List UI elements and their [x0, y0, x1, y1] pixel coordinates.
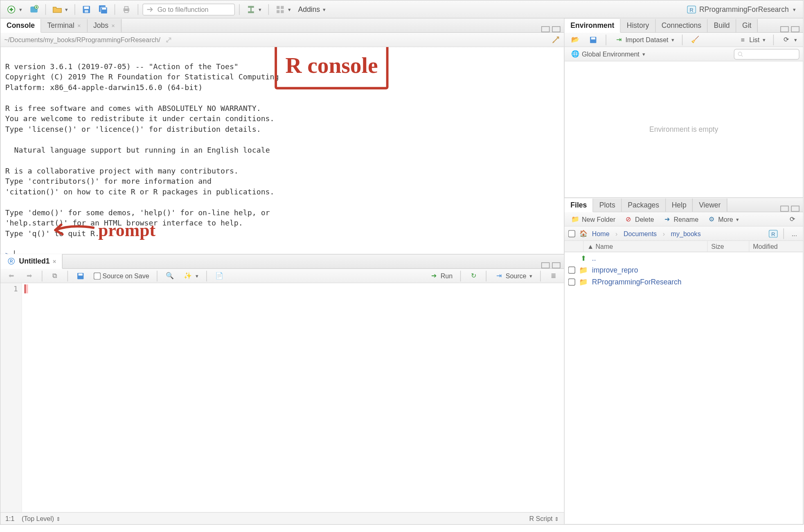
- minimize-pane-button[interactable]: [541, 26, 550, 32]
- refresh-env-button[interactable]: ⟳▾: [779, 34, 799, 45]
- file-name-up[interactable]: ..: [592, 254, 596, 262]
- home-icon[interactable]: 🏠: [579, 229, 588, 238]
- tab-build[interactable]: Build: [708, 19, 736, 32]
- minimize-pane-button[interactable]: [541, 262, 550, 268]
- source-tab-label: Untitled1: [19, 257, 50, 265]
- tab-console[interactable]: Console: [0, 19, 41, 33]
- breadcrumb-documents[interactable]: Documents: [624, 230, 657, 237]
- tab-connections[interactable]: Connections: [655, 19, 708, 32]
- file-row-improve-repro[interactable]: 📁 improve_repro: [565, 264, 803, 276]
- env-scope-selector[interactable]: 🌐Global Environment▾: [568, 48, 648, 60]
- console-output[interactable]: R version 3.6.1 (2019-07-05) -- "Action …: [0, 47, 564, 254]
- col-name[interactable]: ▲ Name: [583, 241, 707, 252]
- show-in-new-window-button[interactable]: ⧉: [48, 270, 62, 282]
- load-workspace-button[interactable]: 📂: [568, 34, 583, 45]
- clear-workspace-button[interactable]: 🧹: [688, 34, 703, 45]
- tab-help[interactable]: Help: [666, 198, 693, 212]
- save-source-button[interactable]: [73, 270, 88, 282]
- project-selector[interactable]: R RProgrammingForResearch ▾: [683, 3, 799, 15]
- source-on-save-toggle[interactable]: Source on Save: [91, 271, 152, 280]
- maximize-pane-button[interactable]: [552, 26, 560, 32]
- rerun-button[interactable]: ↻: [466, 270, 481, 282]
- tab-untitled1[interactable]: R Untitled1 ×: [0, 254, 63, 269]
- source-editor[interactable]: 1: [0, 283, 564, 512]
- document-icon: 📄: [215, 271, 224, 280]
- new-project-button[interactable]: [27, 3, 41, 15]
- tab-files[interactable]: Files: [565, 198, 593, 212]
- more-button[interactable]: ⚙More▾: [705, 213, 741, 225]
- file-row-up[interactable]: ⬆ ..: [565, 252, 803, 264]
- up-arrow-icon: ⬆: [579, 253, 588, 263]
- delete-button[interactable]: ⊘Delete: [622, 213, 657, 225]
- save-button[interactable]: [79, 3, 94, 15]
- line-number-1: 1: [0, 284, 18, 293]
- file-checkbox[interactable]: [568, 278, 575, 285]
- maximize-pane-button[interactable]: [791, 206, 799, 212]
- file-checkbox[interactable]: [568, 266, 575, 273]
- save-workspace-button[interactable]: [586, 34, 600, 45]
- tab-jobs[interactable]: Jobs×: [88, 19, 122, 32]
- compile-report-button[interactable]: 📄: [212, 270, 227, 282]
- save-icon: [76, 271, 85, 280]
- tab-git[interactable]: Git: [736, 19, 758, 32]
- run-button[interactable]: ➔Run: [427, 270, 455, 282]
- tab-terminal[interactable]: Terminal×: [41, 19, 87, 32]
- forward-button[interactable]: ➡: [22, 270, 36, 282]
- tab-packages[interactable]: Packages: [622, 198, 666, 212]
- tools-button[interactable]: ▾: [244, 3, 264, 15]
- save-all-button[interactable]: [96, 3, 110, 15]
- save-icon: [82, 5, 91, 14]
- goto-file-function-input[interactable]: Go to file/function: [142, 3, 235, 15]
- col-size[interactable]: Size: [707, 241, 749, 252]
- file-name-improve-repro[interactable]: improve_repro: [592, 266, 638, 274]
- tab-history[interactable]: History: [621, 19, 655, 32]
- tab-environment[interactable]: Environment: [565, 19, 621, 33]
- col-modified[interactable]: Modified: [749, 241, 803, 252]
- popout-icon[interactable]: [164, 35, 173, 44]
- refresh-files-button[interactable]: ⟳: [785, 213, 799, 225]
- close-icon[interactable]: ×: [111, 23, 115, 29]
- close-icon[interactable]: ×: [53, 258, 56, 264]
- grid-button[interactable]: ▾: [273, 3, 293, 15]
- print-button[interactable]: [119, 3, 133, 15]
- wand-button[interactable]: ✨▾: [181, 270, 201, 282]
- more-path-button[interactable]: ...: [789, 229, 799, 238]
- find-button[interactable]: 🔍: [163, 270, 177, 282]
- refresh-icon: ⟳: [788, 214, 797, 224]
- console-working-dir: ~/Documents/my_books/RProgrammingForRese…: [4, 36, 160, 43]
- select-all-checkbox[interactable]: [568, 230, 575, 237]
- tab-plots[interactable]: Plots: [593, 198, 622, 212]
- file-row-rprogramming[interactable]: 📁 RProgrammingForResearch: [565, 276, 803, 288]
- file-name-rprogramming[interactable]: RProgrammingForResearch: [592, 278, 682, 286]
- code-area[interactable]: [22, 283, 564, 512]
- addins-button[interactable]: Addins ▾: [296, 4, 329, 14]
- back-button[interactable]: ⬅: [4, 270, 18, 282]
- svg-rect-26: [591, 37, 595, 39]
- env-search-input[interactable]: [734, 49, 799, 59]
- rerun-icon: ↻: [468, 271, 478, 280]
- source-on-save-label: Source on Save: [103, 272, 149, 279]
- breadcrumb-mybooks[interactable]: my_books: [671, 230, 701, 237]
- outline-button[interactable]: ≣: [546, 270, 561, 282]
- clear-console-icon[interactable]: [551, 35, 560, 44]
- minimize-pane-button[interactable]: [780, 26, 788, 32]
- scope-selector[interactable]: (Top Level) ⇕: [22, 515, 61, 522]
- file-type-selector[interactable]: R Script ⇕: [529, 515, 559, 522]
- scope-label: (Top Level): [22, 515, 54, 522]
- close-icon[interactable]: ×: [77, 23, 81, 29]
- new-file-button[interactable]: ▾: [4, 3, 25, 15]
- source-button[interactable]: ⇥Source▾: [492, 270, 535, 282]
- maximize-pane-button[interactable]: [552, 262, 560, 268]
- new-folder-button[interactable]: 📁New Folder: [568, 213, 618, 225]
- list-view-button[interactable]: ≡List▾: [736, 34, 768, 45]
- tab-viewer[interactable]: Viewer: [693, 198, 727, 212]
- breadcrumb-home[interactable]: Home: [592, 230, 610, 237]
- maximize-pane-button[interactable]: [791, 26, 799, 32]
- svg-rect-8: [102, 7, 106, 9]
- minimize-pane-button[interactable]: [780, 206, 788, 212]
- source-on-save-checkbox[interactable]: [94, 272, 101, 279]
- rproject-badge-icon[interactable]: R: [768, 229, 778, 238]
- open-file-button[interactable]: ▾: [50, 3, 70, 15]
- import-dataset-button[interactable]: ⇥Import Dataset▾: [612, 34, 677, 45]
- rename-button[interactable]: ➜Rename: [660, 213, 701, 225]
